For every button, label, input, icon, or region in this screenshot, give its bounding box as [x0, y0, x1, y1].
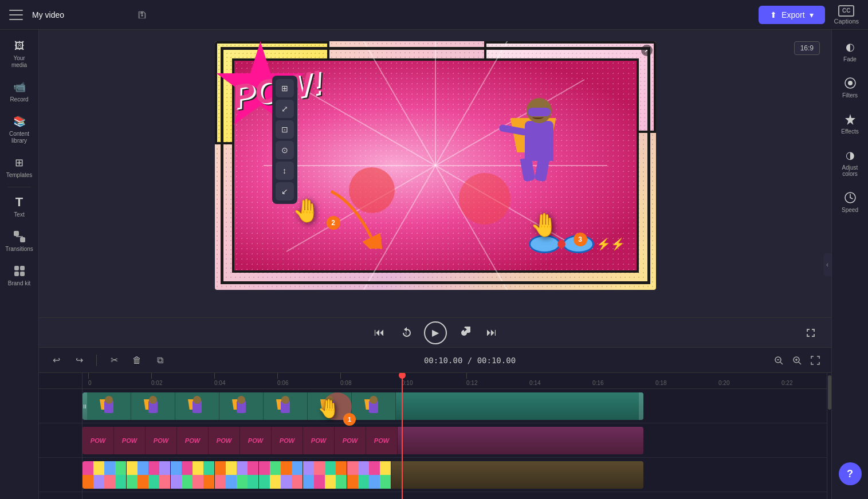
sidebar-item-your-media[interactable]: 🖼 Your media — [2, 34, 37, 73]
color-thumb-2 — [127, 461, 171, 489]
sidebar-item-speed[interactable]: Speed — [834, 185, 866, 219]
glow-circle-left — [349, 167, 395, 213]
pow-text-7: POW — [280, 437, 294, 444]
save-icon[interactable] — [137, 10, 147, 20]
timecode-current: 00:10.00 — [424, 356, 462, 365]
aspect-ratio-badge: 16:9 — [794, 41, 820, 55]
svg-rect-4 — [20, 266, 25, 270]
sidebar-item-record[interactable]: 📹 Record — [2, 76, 37, 108]
sidebar-left: 🖼 Your media 📹 Record 📚 Content library … — [0, 30, 39, 499]
clip-handle-left-1[interactable]: ⏸ — [83, 392, 87, 420]
pow-thumb-7: POW — [272, 427, 303, 454]
content-library-icon: 📚 — [13, 115, 26, 128]
video-close-button[interactable]: ✕ — [641, 45, 653, 56]
playhead[interactable] — [402, 373, 403, 499]
pow-thumb-1: POW — [83, 427, 114, 454]
track-clip-2[interactable]: POW POW POW POW — [83, 427, 643, 454]
captions-label: Captions — [834, 18, 859, 25]
svg-line-33 — [850, 198, 853, 199]
track-label-3 — [39, 458, 82, 492]
your-media-icon: 🖼 — [13, 39, 26, 53]
sidebar-item-filters[interactable]: Filters — [834, 70, 866, 104]
ruler-mark-018: 0:18 — [655, 380, 666, 386]
track-clip-1[interactable]: ⏸ — [83, 392, 643, 420]
sidebar-item-adjust-colors[interactable]: ◑ Adjust colors — [834, 143, 866, 183]
thumb-1-1 — [87, 392, 131, 420]
filters-label: Filters — [842, 92, 858, 99]
track-labels — [39, 373, 83, 499]
color-thumb-7 — [347, 461, 391, 489]
fullscreen-button[interactable] — [802, 324, 820, 342]
forward-5s-button[interactable]: 5 — [454, 323, 474, 343]
thumb-1-4 — [219, 392, 264, 420]
pow-thumb-4: POW — [177, 427, 209, 454]
svg-rect-0 — [14, 231, 19, 236]
pow-thumb-9: POW — [335, 427, 366, 454]
redo-button[interactable]: ↪ — [71, 352, 87, 368]
tool-send-back[interactable]: ↙ — [276, 182, 294, 201]
pow-text-6: POW — [248, 437, 263, 444]
pause-icon-1: ⏸ — [83, 403, 88, 410]
track-row-2: POW POW POW POW — [83, 423, 827, 458]
timeline-scrollbar[interactable] — [827, 373, 831, 499]
track-clip-3[interactable] — [83, 461, 643, 489]
tool-duplicate[interactable]: ⊡ — [276, 120, 294, 139]
tool-position[interactable]: ⊙ — [276, 141, 294, 159]
svg-line-23 — [780, 362, 783, 364]
pow-thumb-8: POW — [303, 427, 335, 454]
export-label: Export — [781, 10, 804, 19]
menu-icon[interactable] — [9, 8, 23, 22]
fade-icon: ◐ — [843, 40, 857, 54]
svg-line-16 — [435, 41, 521, 166]
svg-marker-30 — [845, 114, 855, 125]
tool-resize[interactable]: ⤢ — [276, 100, 294, 118]
play-pause-button[interactable]: ▶ — [424, 321, 447, 344]
topbar: ⬆ Export ▾ CC Captions — [0, 0, 868, 30]
help-button[interactable]: ? — [839, 462, 862, 485]
clip-thumbs-3 — [83, 461, 643, 489]
thumb-1-2 — [131, 392, 175, 420]
zoom-out-button[interactable] — [772, 353, 785, 367]
sidebar-item-content-library[interactable]: 📚 Content library — [2, 110, 37, 149]
collapse-handle[interactable]: ‹ — [823, 253, 831, 276]
transitions-label: Transitions — [5, 246, 33, 253]
delete-button[interactable]: 🗑 — [129, 352, 145, 368]
hand-cursor-right: 🤚 — [530, 211, 559, 238]
pow-thumb-3: POW — [146, 427, 177, 454]
floating-toolbar: ⊞ ⤢ ⊡ ⊙ ↕ ↙ — [272, 76, 297, 204]
text-label: Text — [14, 211, 24, 218]
export-chevron: ▾ — [810, 10, 814, 19]
expand-timeline-button[interactable] — [808, 353, 822, 367]
sidebar-item-text[interactable]: T Text — [2, 191, 37, 223]
pow-thumb-6: POW — [240, 427, 272, 454]
toolbar-separator — [96, 355, 97, 366]
undo-button[interactable]: ↩ — [48, 352, 64, 368]
rewind-5s-button[interactable]: 5 — [396, 323, 417, 343]
clip-handle-right-1[interactable] — [639, 392, 643, 420]
skip-forward-button[interactable]: ⏭ — [481, 323, 502, 343]
color-thumb-6 — [303, 461, 347, 489]
color-thumb-5 — [259, 461, 303, 489]
ruler-mark-022: 0:22 — [781, 380, 792, 386]
video-title-input[interactable] — [32, 10, 132, 19]
video-container[interactable]: POW! — [215, 41, 656, 290]
sidebar-item-fade[interactable]: ◐ Fade — [834, 34, 866, 68]
timeline-scrollbar-thumb[interactable] — [828, 375, 831, 410]
captions-button[interactable]: CC Captions — [834, 5, 859, 25]
export-button[interactable]: ⬆ Export ▾ — [759, 6, 824, 24]
cut-button[interactable]: ✂ — [106, 352, 122, 368]
export-icon: ⬆ — [770, 10, 777, 19]
timeline-hand-cursor: 🤚 — [317, 398, 340, 419]
sidebar-item-transitions[interactable]: Transitions — [2, 225, 37, 257]
tool-flip-v[interactable]: ↕ — [276, 162, 294, 180]
zoom-in-button[interactable] — [790, 353, 804, 367]
copy-button[interactable]: ⧉ — [152, 352, 168, 368]
skip-back-button[interactable]: ⏮ — [369, 323, 390, 343]
sidebar-item-templates[interactable]: ⊞ Templates — [2, 151, 37, 183]
record-icon: 📹 — [13, 80, 26, 94]
timeline-ruler: 0 0:02 0:04 0:06 0:08 0:10 — [83, 373, 827, 389]
sidebar-item-brand-kit[interactable]: Brand kit — [2, 260, 37, 292]
sidebar-item-effects[interactable]: Effects — [834, 107, 866, 140]
transitions-icon — [13, 230, 26, 243]
tool-crop[interactable]: ⊞ — [276, 79, 294, 97]
